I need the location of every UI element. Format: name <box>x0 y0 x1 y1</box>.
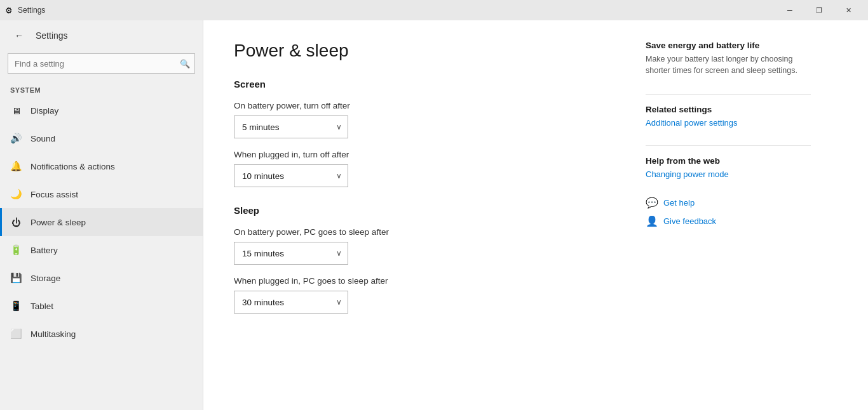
notifications-icon: 🔔 <box>10 161 22 172</box>
sleep-battery-label: On battery power, PC goes to sleep after <box>234 227 615 237</box>
get-help-link[interactable]: Get help <box>663 198 695 208</box>
sidebar-header: ← Settings <box>0 20 203 51</box>
maximize-button[interactable]: ❐ <box>804 0 834 20</box>
sidebar-item-display-label: Display <box>31 106 58 116</box>
sleep-plugged-label: When plugged in, PC goes to sleep after <box>234 276 615 286</box>
sound-icon: 🔊 <box>10 133 22 144</box>
sleep-battery-select-wrapper: 1 minute 2 minutes 3 minutes 5 minutes 1… <box>234 242 348 265</box>
sidebar-item-notifications-label: Notifications & actions <box>31 162 115 171</box>
sleep-section: Sleep On battery power, PC goes to sleep… <box>234 205 615 314</box>
sidebar-item-tablet-label: Tablet <box>31 301 53 311</box>
divider-2 <box>646 145 811 146</box>
sidebar-item-battery-label: Battery <box>31 246 58 255</box>
search-input[interactable] <box>8 53 195 74</box>
sidebar-item-multitasking[interactable]: ⬜ Multitasking <box>0 320 203 348</box>
back-button[interactable]: ← <box>10 27 28 44</box>
settings-icon: ⚙ <box>5 6 13 15</box>
sidebar-section-label: System <box>0 81 203 96</box>
sidebar-app-title: Settings <box>36 30 68 41</box>
focus-assist-icon: 🌙 <box>10 188 22 200</box>
sidebar-item-focus-assist-label: Focus assist <box>31 190 78 199</box>
web-help-title: Help from the web <box>646 156 811 166</box>
screen-plugged-select-wrapper: 1 minute 2 minutes 3 minutes 5 minutes 1… <box>234 164 348 187</box>
energy-title: Save energy and battery life <box>646 41 811 50</box>
sidebar-item-sound[interactable]: 🔊 Sound <box>0 124 203 152</box>
sidebar-item-power-sleep[interactable]: ⏻ Power & sleep <box>0 208 203 236</box>
energy-section: Save energy and battery life Make your b… <box>646 41 811 76</box>
close-button[interactable]: ✕ <box>834 0 863 20</box>
sidebar-item-notifications[interactable]: 🔔 Notifications & actions <box>0 152 203 180</box>
screen-section-title: Screen <box>234 79 615 89</box>
give-feedback-row: 👤 Give feedback <box>646 215 811 227</box>
content-main: Power & sleep Screen On battery power, t… <box>234 41 615 390</box>
sidebar-item-storage[interactable]: 💾 Storage <box>0 264 203 292</box>
title-bar: ⚙ Settings ─ ❐ ✕ <box>0 0 868 20</box>
page-title: Power & sleep <box>234 41 615 61</box>
sleep-section-title: Sleep <box>234 205 615 216</box>
get-help-row: 💬 Get help <box>646 197 811 209</box>
related-section: Related settings Additional power settin… <box>646 105 811 128</box>
right-panel: Save energy and battery life Make your b… <box>646 41 811 390</box>
screen-battery-select-wrapper: 1 minute 2 minutes 3 minutes 5 minutes 1… <box>234 116 348 138</box>
sidebar-search-wrapper: 🔍 <box>8 53 195 74</box>
tablet-icon: 📱 <box>10 300 22 312</box>
screen-battery-label: On battery power, turn off after <box>234 101 615 110</box>
sleep-plugged-select-wrapper: 1 minute 2 minutes 3 minutes 5 minutes 1… <box>234 291 348 314</box>
storage-icon: 💾 <box>10 272 22 284</box>
get-help-icon: 💬 <box>646 197 658 209</box>
sidebar-item-power-sleep-label: Power & sleep <box>31 218 86 227</box>
sidebar-item-storage-label: Storage <box>31 274 60 283</box>
title-bar-left: ⚙ Settings <box>5 6 45 15</box>
sidebar-item-focus-assist[interactable]: 🌙 Focus assist <box>0 180 203 208</box>
power-sleep-icon: ⏻ <box>10 217 22 228</box>
minimize-button[interactable]: ─ <box>775 0 804 20</box>
additional-power-settings-link[interactable]: Additional power settings <box>646 118 811 128</box>
changing-power-mode-link[interactable]: Changing power mode <box>646 169 811 179</box>
web-help-section: Help from the web Changing power mode <box>646 156 811 179</box>
related-title: Related settings <box>646 105 811 114</box>
sleep-plugged-select[interactable]: 1 minute 2 minutes 3 minutes 5 minutes 1… <box>234 291 348 314</box>
battery-icon: 🔋 <box>10 244 22 256</box>
multitasking-icon: ⬜ <box>10 328 22 340</box>
app-container: ← Settings 🔍 System 🖥 Display 🔊 Sound 🔔 … <box>0 20 868 410</box>
display-icon: 🖥 <box>10 105 22 116</box>
screen-plugged-select[interactable]: 1 minute 2 minutes 3 minutes 5 minutes 1… <box>234 164 348 187</box>
give-feedback-link[interactable]: Give feedback <box>663 216 716 226</box>
divider-1 <box>646 94 811 95</box>
sidebar: ← Settings 🔍 System 🖥 Display 🔊 Sound 🔔 … <box>0 20 203 410</box>
screen-section: Screen On battery power, turn off after … <box>234 79 615 187</box>
sidebar-item-multitasking-label: Multitasking <box>31 329 76 339</box>
content-area: Power & sleep Screen On battery power, t… <box>203 20 868 410</box>
title-bar-title: Settings <box>18 6 45 15</box>
sidebar-item-tablet[interactable]: 📱 Tablet <box>0 292 203 320</box>
sidebar-item-battery[interactable]: 🔋 Battery <box>0 236 203 264</box>
sleep-battery-select[interactable]: 1 minute 2 minutes 3 minutes 5 minutes 1… <box>234 242 348 265</box>
title-bar-controls: ─ ❐ ✕ <box>775 0 863 20</box>
sidebar-item-display[interactable]: 🖥 Display <box>0 96 203 124</box>
screen-plugged-label: When plugged in, turn off after <box>234 150 615 159</box>
sidebar-item-sound-label: Sound <box>31 134 55 143</box>
energy-text: Make your battery last longer by choosin… <box>646 54 811 76</box>
give-feedback-icon: 👤 <box>646 215 658 227</box>
screen-battery-select[interactable]: 1 minute 2 minutes 3 minutes 5 minutes 1… <box>234 116 348 138</box>
